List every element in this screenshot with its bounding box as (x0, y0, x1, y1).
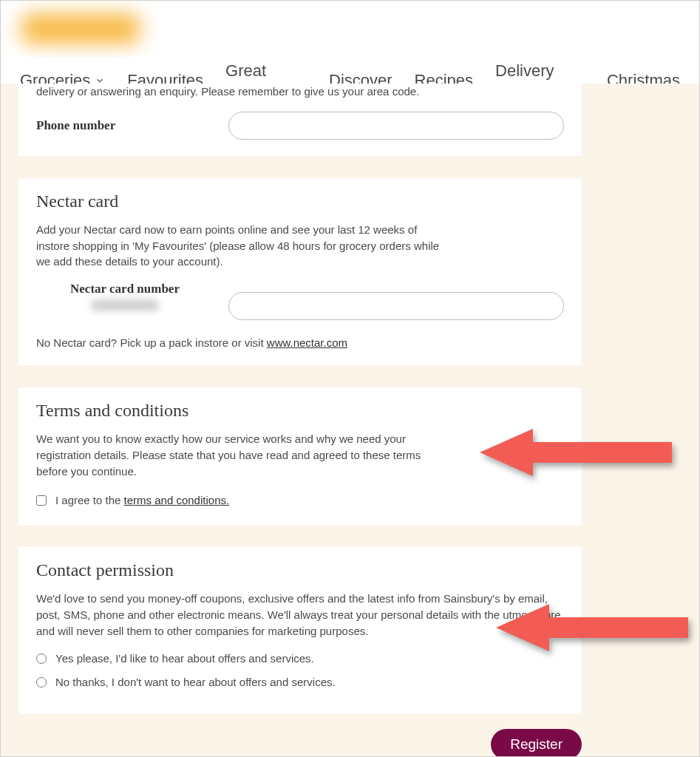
logo-blur (21, 14, 140, 44)
no-nectar-text: No Nectar card? Pick up a pack instore o… (36, 336, 564, 349)
nectar-title: Nectar card (36, 191, 564, 211)
page-frame: Groceries Favourites Great Prices Discov… (0, 0, 700, 757)
terms-title: Terms and conditions (36, 401, 564, 421)
register-row: Register (18, 729, 582, 757)
terms-link[interactable]: terms and conditions. (124, 494, 230, 506)
contact-radio-yes[interactable] (36, 654, 47, 664)
terms-checkbox[interactable] (36, 495, 47, 506)
contact-radio-yes-row: Yes please, I'd like to hear about offer… (36, 651, 564, 667)
phone-section: delivery or answering an enquiry. Please… (18, 84, 582, 156)
phone-field-row: Phone number (36, 112, 564, 140)
terms-check-row: I agree to the terms and conditions. (36, 492, 564, 509)
annotation-arrow-2 (496, 601, 688, 654)
no-nectar-prefix: No Nectar card? Pick up a pack instore o… (36, 336, 267, 349)
contact-title: Contact permission (36, 560, 564, 580)
contact-radio-list: Yes please, I'd like to hear about offer… (36, 651, 564, 690)
svg-marker-0 (480, 429, 672, 476)
phone-intro: delivery or answering an enquiry. Please… (36, 84, 564, 100)
page-body: delivery or answering an enquiry. Please… (1, 84, 699, 756)
contact-radio-yes-label: Yes please, I'd like to hear about offer… (55, 651, 314, 667)
terms-checkbox-label: I agree to the terms and conditions. (55, 492, 229, 509)
nectar-field-row: Nectar card number (36, 282, 564, 320)
terms-desc: We want you to know exactly how our serv… (36, 431, 450, 479)
contact-radio-no-row: No thanks, I don't want to hear about of… (36, 674, 564, 690)
phone-label: Phone number (36, 118, 214, 133)
svg-marker-1 (496, 604, 688, 651)
nectar-desc: Add your Nectar card now to earn points … (36, 222, 450, 270)
register-button[interactable]: Register (491, 729, 582, 757)
phone-input[interactable] (228, 112, 564, 140)
terms-label-prefix: I agree to the (55, 494, 124, 506)
annotation-arrow-1 (480, 426, 672, 479)
nectar-link[interactable]: www.nectar.com (267, 336, 347, 349)
nectar-input[interactable] (228, 292, 564, 320)
nectar-label: Nectar card number (36, 282, 214, 296)
contact-radio-no[interactable] (36, 677, 47, 688)
contact-desc: We'd love to send you money-off coupons,… (36, 591, 564, 639)
nectar-section: Nectar card Add your Nectar card now to … (18, 178, 582, 365)
form-column: delivery or answering an enquiry. Please… (18, 84, 582, 757)
nectar-sublabel-blur (92, 299, 158, 311)
contact-radio-no-label: No thanks, I don't want to hear about of… (55, 674, 336, 690)
